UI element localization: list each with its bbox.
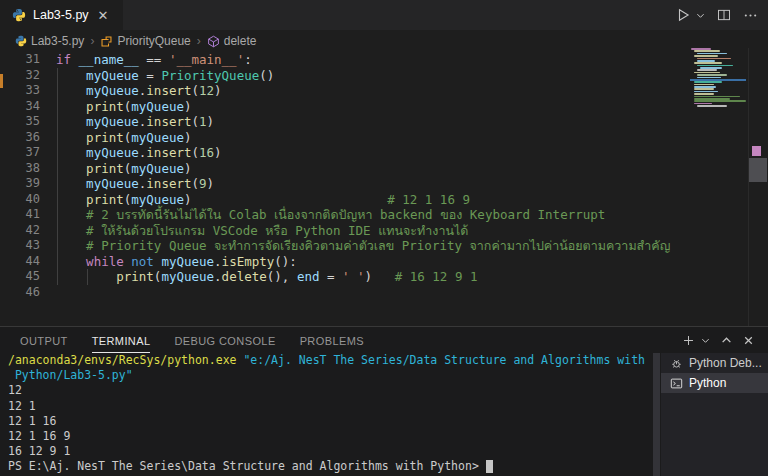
scrollbar-thumb[interactable]: [749, 158, 767, 182]
minimap-line: [697, 105, 727, 107]
code-line[interactable]: 38 print(myQueue): [0, 161, 688, 177]
tab-lab3-5[interactable]: Lab3-5.py ✕: [0, 0, 123, 30]
code-text: myQueue = PriorityQueue(): [40, 68, 274, 84]
panel-actions: [682, 327, 754, 353]
panel-tab-bar: OUTPUT TERMINAL DEBUG CONSOLE PROBLEMS: [0, 327, 768, 353]
minimap-line: [697, 69, 717, 71]
line-number[interactable]: 38: [0, 161, 40, 177]
bottom-panel: OUTPUT TERMINAL DEBUG CONSOLE PROBLEMS /…: [0, 326, 768, 476]
breadcrumb-file[interactable]: Lab3-5.py: [15, 34, 84, 48]
minimap[interactable]: [690, 48, 746, 326]
code-text: myQueue.insert(16): [40, 145, 222, 161]
code-line[interactable]: 41 # 2 บรรทัดนี้รันไม่ได้ใน Colab เนื่อง…: [0, 207, 688, 223]
python-icon: [15, 35, 27, 47]
python-icon: [12, 8, 26, 22]
minimap-line: [697, 77, 721, 79]
scrollbar-decoration: [752, 146, 761, 156]
terminal-list-item-python[interactable]: Python: [661, 373, 768, 393]
line-number[interactable]: 32: [0, 68, 40, 84]
line-number[interactable]: 31: [0, 52, 40, 68]
minimap-line: [694, 88, 714, 90]
code-line[interactable]: 32 myQueue = PriorityQueue(): [0, 68, 688, 84]
terminal-tabs-list: Python Deb... Python: [661, 353, 768, 476]
terminal-line: 12: [8, 383, 652, 398]
symbol-method-icon: [207, 35, 220, 48]
debug-icon: [670, 357, 683, 370]
indent-guide: [87, 269, 88, 285]
minimap-line: [694, 62, 722, 64]
editor-scrollbar[interactable]: [748, 48, 768, 326]
code-text: myQueue.insert(12): [40, 83, 222, 99]
close-tab-icon[interactable]: ✕: [96, 7, 111, 24]
breadcrumb-separator: ›: [196, 34, 202, 48]
launch-profile-chevron-icon[interactable]: [701, 336, 710, 345]
line-number[interactable]: 36: [0, 130, 40, 146]
line-number[interactable]: 37: [0, 145, 40, 161]
tab-problems[interactable]: PROBLEMS: [300, 335, 364, 353]
line-number[interactable]: 33: [0, 83, 40, 99]
vscode-window: Lab3-5.py ✕: [0, 0, 768, 476]
terminal-cursor: [486, 460, 493, 473]
split-editor-icon[interactable]: [717, 8, 731, 22]
code-line[interactable]: 39 myQueue.insert(9): [0, 176, 688, 192]
code-editor[interactable]: 31if __name__ == '__main__':32 myQueue =…: [0, 52, 688, 326]
line-number[interactable]: 35: [0, 114, 40, 130]
code-line[interactable]: 43 # Priority Queue จะทำการจัดเรียงคิวตา…: [0, 238, 688, 254]
code-text: myQueue.insert(1): [40, 114, 214, 130]
line-number[interactable]: 44: [0, 254, 40, 270]
code-lines: 31if __name__ == '__main__':32 myQueue =…: [0, 52, 688, 300]
code-line[interactable]: 33 myQueue.insert(12): [0, 83, 688, 99]
tab-terminal[interactable]: TERMINAL: [92, 335, 151, 353]
breadcrumb-method-label: delete: [224, 34, 257, 48]
code-text: print(myQueue.delete(), end = ' ') # 16 …: [40, 269, 478, 285]
close-panel-icon[interactable]: [743, 335, 754, 346]
line-number[interactable]: 39: [0, 176, 40, 192]
code-line[interactable]: 34 print(myQueue): [0, 99, 688, 115]
run-python-file-button[interactable]: [675, 7, 691, 23]
minimap-line: [694, 55, 718, 57]
run-dropdown-chevron-icon[interactable]: [696, 11, 705, 20]
code-text: while not myQueue.isEmpty():: [40, 254, 297, 270]
code-line[interactable]: 40 print(myQueue) # 12 1 16 9: [0, 192, 688, 208]
line-number[interactable]: 41: [0, 207, 40, 223]
minimap-rows: [690, 48, 746, 107]
breadcrumb-method[interactable]: delete: [207, 34, 257, 48]
tab-output[interactable]: OUTPUT: [20, 335, 68, 353]
terminal-output[interactable]: /anaconda3/envs/RecSys/python.exe "e:/Aj…: [0, 353, 652, 476]
line-number[interactable]: 46: [0, 285, 40, 301]
terminal-list-item-label: Python: [689, 376, 726, 390]
line-number[interactable]: 45: [0, 269, 40, 285]
code-text: # Priority Queue จะทำการจัดเรียงคิวตามค่…: [40, 238, 670, 254]
line-number[interactable]: 43: [0, 238, 40, 254]
symbol-class-icon: [100, 35, 113, 48]
minimap-line: [694, 100, 746, 102]
code-line[interactable]: 36 print(myQueue): [0, 130, 688, 146]
breadcrumb-class[interactable]: PriorityQueue: [100, 34, 190, 48]
code-line[interactable]: 46: [0, 285, 688, 301]
terminal-line: 12 1: [8, 399, 652, 414]
code-line[interactable]: 42 # ให้รันด้วยโปรแกรม VSCode หรือ Pytho…: [0, 223, 688, 239]
new-terminal-icon[interactable]: [682, 334, 695, 347]
code-line[interactable]: 37 myQueue.insert(16): [0, 145, 688, 161]
line-number[interactable]: 42: [0, 223, 40, 239]
code-line[interactable]: 44 while not myQueue.isEmpty():: [0, 254, 688, 270]
terminal-line: 16 12 9 1: [8, 444, 652, 459]
more-actions-icon[interactable]: [743, 8, 758, 23]
line-number[interactable]: 34: [0, 99, 40, 115]
code-line[interactable]: 45 print(myQueue.delete(), end = ' ') # …: [0, 269, 688, 285]
breadcrumb-separator: ›: [89, 34, 95, 48]
terminal-list-item-python-debug[interactable]: Python Deb...: [661, 353, 768, 373]
code-line[interactable]: 35 myQueue.insert(1): [0, 114, 688, 130]
tab-label: Lab3-5.py: [33, 8, 89, 22]
code-line[interactable]: 31if __name__ == '__main__':: [0, 52, 688, 68]
terminal-line: /anaconda3/envs/RecSys/python.exe "e:/Aj…: [8, 353, 652, 368]
code-text: if __name__ == '__main__':: [40, 52, 252, 68]
terminal-scrollbar[interactable]: [653, 353, 660, 476]
code-text: myQueue.insert(9): [40, 176, 214, 192]
tab-debug-console[interactable]: DEBUG CONSOLE: [174, 335, 275, 353]
breadcrumb-class-label: PriorityQueue: [117, 34, 190, 48]
maximize-panel-icon[interactable]: [721, 335, 732, 346]
minimap-line: [694, 96, 740, 98]
indent-guide: [57, 68, 58, 285]
line-number[interactable]: 40: [0, 192, 40, 208]
